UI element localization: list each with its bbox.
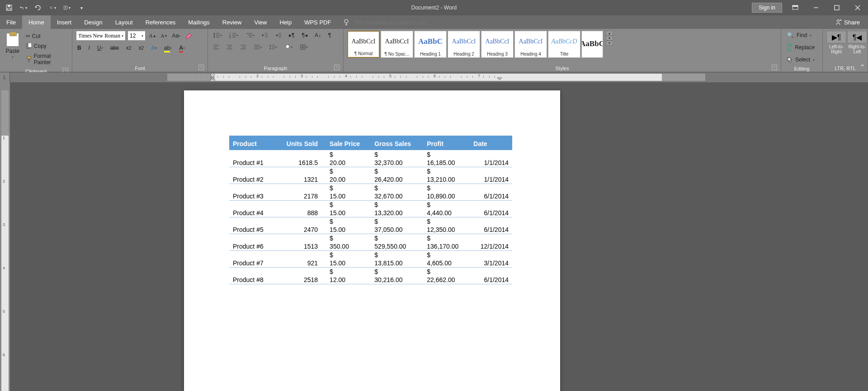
undo-icon[interactable]: ▾ (20, 4, 27, 11)
bullets-icon[interactable]: ▾ (212, 31, 223, 40)
tab-view[interactable]: View (248, 15, 273, 29)
tab-insert[interactable]: Insert (51, 15, 78, 29)
tab-home[interactable]: Home (22, 15, 51, 29)
rtl-paragraph-icon[interactable]: ¶◂ (300, 31, 308, 40)
maximize-icon[interactable] (826, 1, 847, 14)
redo-icon[interactable] (34, 4, 42, 11)
underline-button[interactable]: U▾ (96, 43, 104, 52)
table-cell[interactable]: $13,210.00 (423, 167, 470, 184)
table-cell[interactable]: $13,815.00 (371, 250, 423, 267)
superscript-button[interactable]: x2 (137, 43, 146, 52)
table-header[interactable]: Sale Price (326, 136, 371, 150)
table-cell[interactable]: $15.00 (326, 200, 371, 217)
table-cell[interactable]: $15.00 (326, 217, 371, 234)
table-cell[interactable]: Product #3 (229, 184, 274, 200)
style-item--no-spac-[interactable]: AaBbCcI¶ No Spac... (381, 31, 413, 58)
table-row[interactable]: Product #21321$20.00$26,420.00$13,210.00… (229, 167, 512, 184)
font-size-select[interactable]: 12▾ (127, 31, 146, 41)
table-header[interactable]: Units Sold (274, 136, 326, 150)
table-cell[interactable]: 12/1/2014 (470, 234, 512, 250)
table-cell[interactable]: $4,440.00 (423, 200, 470, 217)
table-cell[interactable]: $32,370.00 (371, 150, 423, 167)
table-cell[interactable]: 6/1/2014 (470, 267, 512, 284)
right-indent-marker-icon[interactable] (496, 77, 503, 82)
clear-formatting-icon[interactable] (184, 31, 193, 40)
table-cell[interactable]: $37,050.00 (371, 217, 423, 234)
document-area[interactable]: ProductUnits SoldSale PriceGross SalesPr… (10, 82, 868, 391)
tab-help[interactable]: Help (273, 15, 298, 29)
shading-icon[interactable]: ▾ (283, 42, 294, 52)
table-header[interactable]: Date (470, 136, 512, 150)
tab-selector[interactable]: L (0, 72, 10, 82)
tab-references[interactable]: References (139, 15, 182, 29)
vertical-ruler[interactable]: 1234567 (0, 82, 10, 391)
table-cell[interactable]: $12,350.00 (423, 217, 470, 234)
table-header[interactable]: Product (229, 136, 274, 150)
table-cell[interactable]: $4,605.00 (423, 250, 470, 267)
font-name-select[interactable]: Times New Roman▾ (76, 31, 126, 41)
find-button[interactable]: 🔍Find▾ (785, 31, 814, 40)
tab-review[interactable]: Review (216, 15, 248, 29)
table-cell[interactable]: 2470 (274, 217, 326, 234)
table-cell[interactable]: Product #2 (229, 167, 274, 184)
select-button[interactable]: Select▾ (785, 55, 817, 64)
table-cell[interactable]: $12.00 (326, 267, 371, 284)
table-cell[interactable]: $10,890.00 (423, 184, 470, 200)
ruler[interactable]: L 1234567 (0, 72, 868, 82)
style-item-heading-4[interactable]: AaBbCcIHeading 4 (514, 31, 547, 58)
table-cell[interactable]: 888 (274, 200, 326, 217)
highlight-color-icon[interactable]: ab▾ (163, 43, 173, 52)
style-item-heading-2[interactable]: AaBbCcIHeading 2 (448, 31, 480, 58)
table-cell[interactable]: Product #8 (229, 267, 274, 284)
multilevel-list-icon[interactable]: ▾ (244, 31, 256, 40)
table-cell[interactable]: $15.00 (326, 184, 371, 200)
table-cell[interactable]: $20.00 (326, 167, 371, 184)
tab-layout[interactable]: Layout (109, 15, 139, 29)
table-cell[interactable]: $32,670.00 (371, 184, 423, 200)
table-row[interactable]: Product #11618.5$20.00$32,370.00$16,185.… (229, 150, 512, 167)
horizontal-ruler[interactable]: 1234567 (167, 74, 705, 81)
table-cell[interactable]: Product #6 (229, 234, 274, 250)
borders-icon[interactable]: ▾ (298, 42, 309, 52)
table-cell[interactable]: 3/1/2014 (470, 250, 512, 267)
line-spacing-icon[interactable]: ▾ (268, 42, 278, 52)
ribbon-display-options-icon[interactable] (785, 1, 806, 14)
table-cell[interactable]: 2178 (274, 184, 326, 200)
ltr-paragraph-icon[interactable]: ▸¶ (288, 31, 296, 40)
table-cell[interactable]: 1321 (274, 167, 326, 184)
gallery-up-icon[interactable]: ▴ (606, 31, 613, 36)
indent-marker-icon[interactable] (209, 73, 216, 82)
tab-file[interactable]: File (0, 15, 22, 29)
table-row[interactable]: Product #52470$15.00$37,050.00$12,350.00… (229, 217, 512, 234)
table-cell[interactable]: $26,420.00 (371, 167, 423, 184)
tab-wps-pdf[interactable]: WPS PDF (298, 15, 337, 29)
style-item-title[interactable]: AaBbCcDTitle (548, 31, 580, 58)
tab-mailings[interactable]: Mailings (182, 15, 216, 29)
table-cell[interactable]: $529,550.00 (371, 234, 423, 250)
align-right-icon[interactable] (239, 43, 248, 51)
gallery-down-icon[interactable]: ▾ (606, 36, 613, 41)
table-cell[interactable]: 1/1/2014 (470, 167, 512, 184)
table-cell[interactable]: 2518 (274, 267, 326, 284)
decrease-indent-icon[interactable] (260, 31, 269, 40)
styles-launcher[interactable]: ⤡ (772, 65, 777, 70)
align-center-icon[interactable] (225, 43, 234, 51)
table-cell[interactable]: $30,216.00 (371, 267, 423, 284)
save-icon[interactable] (5, 4, 13, 11)
subscript-button[interactable]: x2 (125, 43, 133, 52)
bold-button[interactable]: B (76, 43, 83, 52)
copy-button[interactable]: Copy (24, 42, 48, 51)
table-cell[interactable]: $350.00 (326, 234, 371, 250)
align-left-icon[interactable] (212, 43, 221, 51)
close-icon[interactable] (847, 1, 868, 14)
table-row[interactable]: Product #7921$15.00$13,815.00$4,605.003/… (229, 250, 512, 267)
table-cell[interactable]: Product #1 (229, 150, 274, 167)
font-color-icon[interactable]: A▾ (178, 43, 186, 52)
italic-button[interactable]: I (87, 43, 91, 52)
table-row[interactable]: Product #61513$350.00$529,550.00$136,170… (229, 234, 512, 250)
table-cell[interactable]: $16,185.00 (423, 150, 470, 167)
minimize-icon[interactable] (806, 1, 826, 14)
table-cell[interactable]: Product #7 (229, 250, 274, 267)
change-case-icon[interactable]: Aa▾ (170, 31, 182, 40)
table-cell[interactable]: 1513 (274, 234, 326, 250)
